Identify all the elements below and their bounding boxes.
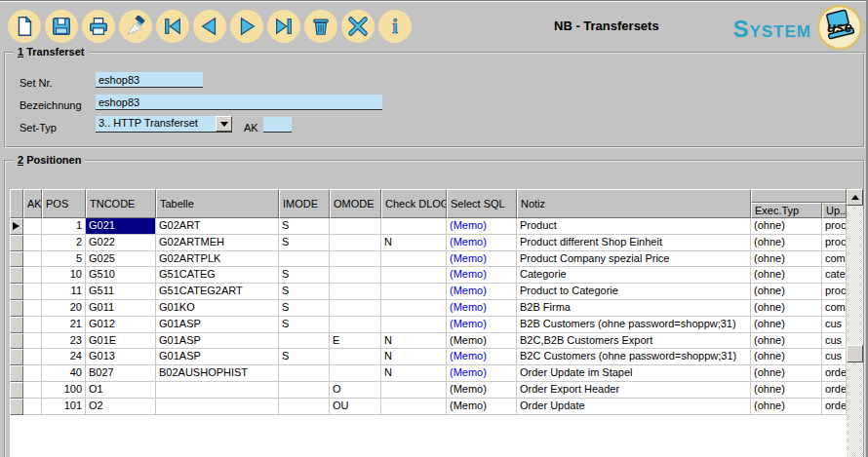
cell-tncode[interactable]: G510 [86, 267, 156, 284]
cell-exec_typ[interactable]: (ohne) [751, 267, 822, 284]
column-header-notiz[interactable]: Notiz [517, 189, 751, 218]
cancel-button[interactable] [341, 10, 375, 43]
column-header-select_sql[interactable]: Select SQL [447, 189, 517, 218]
cell-ak[interactable] [23, 300, 42, 317]
cell-notiz[interactable]: Product [517, 218, 751, 235]
cell-ak[interactable] [23, 365, 42, 382]
cell-imode[interactable]: S [279, 317, 330, 333]
cell-imode[interactable]: S [279, 300, 330, 317]
column-header-pos[interactable]: POS [42, 189, 86, 218]
cell-check_dlog[interactable] [381, 317, 447, 333]
cell-check_dlog[interactable] [381, 399, 447, 415]
cell-exec_typ[interactable]: (ohne) [751, 251, 822, 268]
cell-check_dlog[interactable]: N [381, 235, 447, 251]
cell-omode[interactable] [330, 365, 381, 382]
cell-imode[interactable] [279, 251, 330, 268]
cell-up[interactable]: com [822, 300, 847, 317]
cell-select_sql[interactable]: (Memo) [447, 399, 517, 415]
cell-pos[interactable]: 100 [42, 382, 86, 399]
cell-tabelle[interactable]: G02ART [156, 218, 279, 235]
cell-tabelle[interactable] [156, 382, 279, 399]
cell-exec_typ[interactable]: (ohne) [751, 399, 822, 415]
cell-omode[interactable] [330, 284, 381, 300]
cell-up[interactable]: cus [822, 317, 847, 333]
cell-pos[interactable]: 20 [42, 300, 86, 317]
cell-omode[interactable] [330, 218, 381, 235]
cell-tabelle[interactable]: G02ARTPLK [156, 251, 279, 268]
cell-tncode[interactable]: G511 [86, 284, 156, 300]
cell-notiz[interactable]: Order Update [517, 399, 751, 415]
cell-exec_typ[interactable]: (ohne) [751, 284, 822, 300]
cell-up[interactable]: proc [822, 284, 847, 300]
cell-check_dlog[interactable] [381, 382, 447, 399]
column-header-exec_typ[interactable]: Exec.Typ [751, 203, 822, 218]
cell-tncode[interactable]: O1 [86, 382, 156, 399]
cell-tabelle[interactable]: G02ARTMEH [156, 235, 279, 251]
cell-omode[interactable] [330, 317, 381, 333]
cell-imode[interactable]: S [279, 349, 330, 365]
cell-pos[interactable]: 2 [42, 235, 86, 251]
cell-tncode[interactable]: G022 [86, 235, 156, 251]
cell-ak[interactable] [23, 317, 42, 333]
cell-omode[interactable] [330, 235, 381, 251]
cell-ak[interactable] [23, 235, 42, 251]
cell-ak[interactable] [23, 382, 42, 399]
column-header-ak[interactable]: AK [23, 189, 42, 218]
cell-omode[interactable] [330, 300, 381, 317]
cell-check_dlog[interactable]: N [381, 333, 447, 350]
cell-up[interactable]: proc [822, 218, 847, 235]
cell-pos[interactable]: 5 [42, 251, 86, 268]
ak-input[interactable] [263, 117, 292, 133]
set-typ-value[interactable]: 3.. HTTP Transferset [96, 116, 216, 132]
cell-omode[interactable]: OU [330, 399, 381, 415]
cell-tncode[interactable]: G011 [86, 300, 156, 317]
cell-ak[interactable] [23, 349, 42, 365]
cell-pos[interactable]: 101 [42, 399, 86, 415]
cell-check_dlog[interactable] [381, 284, 447, 300]
cell-exec_typ[interactable]: (ohne) [751, 235, 822, 251]
cell-imode[interactable] [279, 382, 330, 399]
previous-record-button[interactable] [193, 10, 226, 43]
cell-tabelle[interactable]: G01ASP [156, 333, 279, 350]
cell-up[interactable]: orde [822, 399, 847, 415]
cell-select_sql[interactable]: (Memo) [447, 218, 517, 235]
cell-check_dlog[interactable] [381, 251, 447, 268]
cell-tabelle[interactable]: G01ASP [156, 349, 279, 365]
cell-imode[interactable]: S [279, 267, 330, 284]
cell-notiz[interactable]: B2B Customers (ohne password=shoppw;31) [517, 317, 751, 333]
cell-up[interactable]: cus [822, 349, 847, 365]
cell-up[interactable]: proc [822, 235, 847, 251]
cell-select_sql[interactable]: (Memo) [447, 251, 517, 268]
column-header-check_dlog[interactable]: Check DLOG [381, 189, 447, 218]
column-header-imode[interactable]: IMODE [279, 189, 330, 218]
column-header-tabelle[interactable]: Tabelle [156, 189, 279, 218]
cell-ak[interactable] [23, 333, 42, 350]
column-header-tncode[interactable]: TNCODE [86, 189, 156, 218]
scroll-up-button[interactable] [847, 189, 863, 206]
cell-omode[interactable] [330, 251, 381, 268]
delete-button[interactable] [304, 10, 337, 43]
next-record-button[interactable] [230, 10, 263, 43]
cell-up[interactable]: orde [822, 382, 847, 399]
cell-select_sql[interactable]: (Memo) [447, 284, 517, 300]
cell-up[interactable]: cate [822, 267, 847, 284]
cell-select_sql[interactable]: (Memo) [447, 382, 517, 399]
cell-exec_typ[interactable]: (ohne) [751, 300, 822, 317]
cell-up[interactable]: orde [822, 365, 847, 382]
cell-tabelle[interactable]: G01KO [156, 300, 279, 317]
cell-imode[interactable]: S [279, 284, 330, 300]
cell-up[interactable]: com [822, 251, 847, 268]
cell-select_sql[interactable]: (Memo) [447, 235, 517, 251]
cell-notiz[interactable]: B2B Firma [517, 300, 751, 317]
cell-imode[interactable] [279, 399, 330, 415]
cell-tncode[interactable]: G021 [86, 218, 156, 235]
cell-notiz[interactable]: Order Export Header [517, 382, 751, 399]
cell-exec_typ[interactable]: (ohne) [751, 382, 822, 399]
first-record-button[interactable] [156, 10, 189, 43]
cell-check_dlog[interactable] [381, 218, 447, 235]
cell-exec_typ[interactable]: (ohne) [751, 333, 822, 350]
cell-select_sql[interactable]: (Memo) [447, 317, 517, 333]
cell-notiz[interactable]: Product different Shop Einheit [517, 235, 751, 251]
set-nr-input[interactable] [96, 72, 203, 88]
bezeichnung-input[interactable] [96, 95, 382, 110]
